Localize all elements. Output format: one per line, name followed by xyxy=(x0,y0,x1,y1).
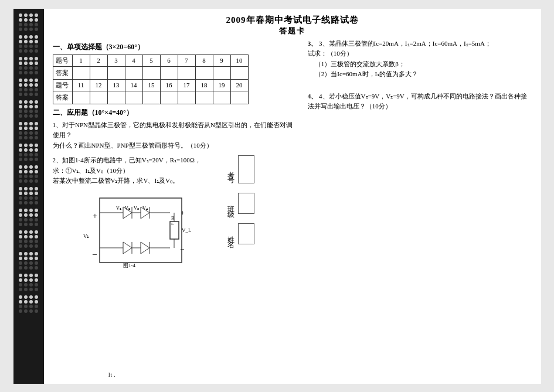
ans-3[interactable] xyxy=(107,66,125,79)
num-13: 13 xyxy=(107,79,125,91)
section2-title: 二、应用题（10°×4=40°） xyxy=(53,108,296,118)
ans-6[interactable] xyxy=(160,66,178,79)
num-18: 18 xyxy=(195,79,213,91)
svg-text:V_L: V_L xyxy=(182,227,192,233)
exam-no-label: 考 号 xyxy=(226,166,236,173)
title-section: 2009年春期中考试电子线路试卷 答题卡 xyxy=(53,15,532,36)
ans-16[interactable] xyxy=(160,91,178,104)
svg-marker-10 xyxy=(123,242,132,254)
svg-text:L: L xyxy=(171,221,174,226)
num-19: 19 xyxy=(213,79,230,91)
svg-text:图1-4: 图1-4 xyxy=(123,263,135,268)
svg-text:V₃: V₃ xyxy=(134,206,139,211)
table-label-2: 题号 xyxy=(53,79,72,91)
svg-text:V₄: V₄ xyxy=(142,206,148,211)
num-8: 8 xyxy=(195,54,213,66)
ans-10[interactable] xyxy=(230,66,248,79)
ans-1[interactable] xyxy=(72,66,90,79)
class-box[interactable] xyxy=(238,193,254,214)
class-row: 班 级 xyxy=(226,193,254,214)
ans-13[interactable] xyxy=(107,91,125,104)
num-6: 6 xyxy=(160,54,178,66)
exam-no-box[interactable] xyxy=(238,155,254,183)
ans-5[interactable] xyxy=(142,66,160,79)
ans-7[interactable] xyxy=(178,66,195,79)
ans-11[interactable] xyxy=(72,91,90,104)
num-3: 3 xyxy=(107,54,125,66)
exam-no-row: 考 号 xyxy=(226,155,254,183)
num-15: 15 xyxy=(142,79,160,91)
name-label: 姓 名 xyxy=(226,230,236,237)
num-7: 7 xyxy=(178,54,195,66)
ans-12[interactable] xyxy=(90,91,107,104)
class-label: 班 级 xyxy=(226,200,236,207)
q4-area: 4、 4、若小稳压值V₂=9V，V₂=9V，可构成几种不同的电路接法？画出各种接… xyxy=(308,91,532,112)
ans-19[interactable] xyxy=(213,91,230,104)
main-title: 2009年春期中考试电子线路试卷 xyxy=(53,15,532,26)
svg-text:+: + xyxy=(93,212,97,220)
svg-text:R: R xyxy=(171,216,175,221)
num-10: 10 xyxy=(230,54,248,66)
num-12: 12 xyxy=(90,79,107,91)
table-label-1: 题号 xyxy=(53,54,72,66)
two-col-layout: 一、单项选择题（3×20=60°） 题号 1 2 3 4 5 6 7 8 9 xyxy=(53,39,532,277)
right-questions: 3、 3、某晶体三极管的Ic=20mA，I₁=2mA；Ic=60mA，I₁=5m… xyxy=(308,39,532,113)
answer-label-2: 答案 xyxy=(53,91,72,104)
ans-20[interactable] xyxy=(230,91,248,104)
q2-area: 2、如图1-4所示的电路中，已知V₁=20V，R₁=100Ω， 求：①V₁、I₁… xyxy=(53,155,296,277)
svg-text:V₂: V₂ xyxy=(125,206,130,211)
ans-15[interactable] xyxy=(142,91,160,104)
q1-text: 1、对于NPN型晶体三极管，它的集电极和发射极能否从N型区引出的，在们能否对调使… xyxy=(53,120,296,151)
svg-text:+: + xyxy=(181,209,185,217)
q4-number: 4、 xyxy=(308,93,318,100)
main-content: 2009年春期中考试电子线路试卷 答题卡 一、单项选择题（3×20=60°） 题… xyxy=(44,9,541,384)
svg-text:–: – xyxy=(180,244,185,253)
name-box[interactable] xyxy=(238,223,254,244)
dots-strip xyxy=(13,9,44,384)
ans-17[interactable] xyxy=(178,91,195,104)
ans-4[interactable] xyxy=(125,66,142,79)
footer-note: It . xyxy=(108,371,115,378)
right-column: 考 号 班 级 姓 名 3、 3、某晶 xyxy=(302,39,532,277)
num-4: 4 xyxy=(125,54,142,66)
ans-14[interactable] xyxy=(125,91,142,104)
ans-8[interactable] xyxy=(195,66,213,79)
num-1: 1 xyxy=(72,54,90,66)
circuit-svg: + – V₁ xyxy=(82,192,199,274)
ans-18[interactable] xyxy=(195,91,213,104)
num-9: 9 xyxy=(213,54,230,66)
q3-area: 3、 3、某晶体三极管的Ic=20mA，I₁=2mA；Ic=60mA，I₁=5m… xyxy=(308,39,532,80)
answer-label-1: 答案 xyxy=(53,66,72,79)
q3-number: 3、 xyxy=(308,40,318,47)
name-row: 姓 名 xyxy=(226,223,254,244)
answer-table-1: 题号 1 2 3 4 5 6 7 8 9 10 答案 xyxy=(53,54,249,104)
svg-text:V₁: V₁ xyxy=(83,233,90,239)
section1-title: 一、单项选择题（3×20=60°） xyxy=(53,42,296,52)
sub-title: 答题卡 xyxy=(53,26,532,36)
num-16: 16 xyxy=(160,79,178,91)
page-container: 2009年春期中考试电子线路试卷 答题卡 一、单项选择题（3×20=60°） 题… xyxy=(13,9,541,384)
circuit-diagram-container: + – V₁ xyxy=(82,192,296,277)
num-2: 2 xyxy=(90,54,107,66)
svg-text:–: – xyxy=(92,250,97,258)
ans-2[interactable] xyxy=(90,66,107,79)
ans-9[interactable] xyxy=(213,66,230,79)
num-5: 5 xyxy=(142,54,160,66)
q2-text: 2、如图1-4所示的电路中，已知V₁=20V，R₁=100Ω， 求：①V₁、I₁… xyxy=(53,155,296,186)
num-17: 17 xyxy=(178,79,195,91)
svg-text:V₁: V₁ xyxy=(116,206,121,211)
num-14: 14 xyxy=(125,79,142,91)
exam-info-section: 考 号 班 级 姓 名 xyxy=(226,155,254,244)
num-20: 20 xyxy=(230,79,248,91)
svg-marker-12 xyxy=(141,242,149,254)
left-column: 一、单项选择题（3×20=60°） 题号 1 2 3 4 5 6 7 8 9 xyxy=(53,39,302,277)
num-11: 11 xyxy=(72,79,90,91)
